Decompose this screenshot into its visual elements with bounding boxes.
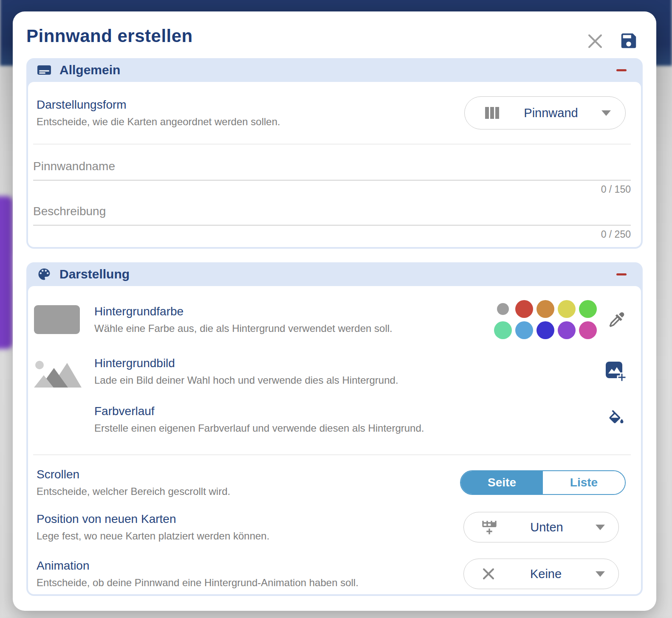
scrollen-label: Scrollen <box>37 468 230 481</box>
pinnwandname-label: Pinnwandname <box>33 160 631 173</box>
toggle-option-seite[interactable]: Seite <box>461 471 543 494</box>
darstellungsform-text: Darstellungsform Entscheide, wie die Kar… <box>37 98 280 128</box>
save-button[interactable] <box>619 31 638 51</box>
minus-icon <box>616 273 627 275</box>
chevron-down-icon <box>601 110 611 116</box>
darstellungsform-description: Entscheide, wie die Karten angeordnet we… <box>37 116 280 128</box>
layout-type-value: Pinnwand <box>524 106 578 120</box>
farbverlauf-row: Farbverlauf Erstelle einen eigenen Farbv… <box>28 405 641 434</box>
image-add-icon <box>605 376 626 383</box>
position-description: Lege fest, wo neue Karten platziert werd… <box>37 530 269 542</box>
color-swatch-red[interactable] <box>515 300 533 318</box>
collapse-allgemein-button[interactable] <box>616 67 627 74</box>
eyedropper-button[interactable] <box>608 311 626 329</box>
pinnwandname-field[interactable]: Pinnwandname 0 / 150 <box>28 144 641 195</box>
section-allgemein-header[interactable]: Allgemein <box>26 58 643 82</box>
create-pinboard-dialog: Pinnwand erstellen Allgemein <box>13 11 656 611</box>
paint-bucket-icon <box>607 424 626 430</box>
eyedropper-icon <box>608 323 626 330</box>
color-swatch-grid <box>493 299 598 340</box>
divider <box>33 455 631 455</box>
none-x-icon <box>481 566 496 581</box>
mountains-image-icon <box>34 355 81 388</box>
color-swatch-yellow[interactable] <box>558 300 576 318</box>
chevron-down-icon <box>596 571 605 577</box>
color-swatch-mint[interactable] <box>494 321 512 339</box>
section-darstellung-title: Darstellung <box>59 267 130 281</box>
darstellungsform-row: Darstellungsform Entscheide, wie die Kar… <box>28 82 641 144</box>
scroll-mode-toggle: Seite Liste <box>460 470 626 495</box>
minus-icon <box>616 69 627 71</box>
hintergrundfarbe-row: Hintergrundfarbe Wähle eine Farbe aus, d… <box>28 286 641 340</box>
animation-description: Entscheide, ob deine Pinnwand eine Hinte… <box>37 577 359 589</box>
hintergrundfarbe-description: Wähle eine Farbe aus, die als Hintergrun… <box>94 323 493 334</box>
pinnwandname-counter: 0 / 150 <box>33 184 631 195</box>
hintergrundbild-description: Lade ein Bild deiner Wahl hoch und verwe… <box>94 374 595 386</box>
palette-icon <box>37 267 52 282</box>
background-purple-card <box>0 196 13 349</box>
position-label: Position von neuen Karten <box>37 512 269 526</box>
layout-type-dropdown[interactable]: Pinnwand <box>464 96 626 129</box>
section-darstellung-header[interactable]: Darstellung <box>26 262 643 286</box>
section-allgemein-card: Darstellungsform Entscheide, wie die Kar… <box>28 82 641 247</box>
color-swatch-magenta[interactable] <box>579 321 597 339</box>
hintergrundbild-label: Hintergrundbild <box>94 357 595 370</box>
color-swatch-green[interactable] <box>579 300 597 318</box>
animation-label: Animation <box>37 559 359 573</box>
collapse-darstellung-button[interactable] <box>616 271 627 278</box>
farbverlauf-text: Farbverlauf Erstelle einen eigenen Farbv… <box>94 405 597 434</box>
position-text: Position von neuen Karten Lege fest, wo … <box>37 512 269 542</box>
close-button[interactable] <box>586 32 604 51</box>
beschreibung-underline <box>33 225 631 225</box>
hintergrundbild-row: Hintergrundbild Lade ein Bild deiner Wah… <box>28 355 641 388</box>
section-allgemein: Allgemein Darstellungsform Entscheide, w… <box>26 58 643 249</box>
section-allgemein-title: Allgemein <box>59 63 120 77</box>
color-preview-swatch <box>34 305 81 334</box>
beschreibung-field[interactable]: Beschreibung 0 / 250 <box>28 195 641 247</box>
beschreibung-counter: 0 / 250 <box>33 229 631 240</box>
gradient-button[interactable] <box>607 410 626 429</box>
color-swatch-lightblue[interactable] <box>515 321 533 339</box>
scrollen-description: Entscheide, welcher Bereich gescrollt wi… <box>37 486 230 497</box>
upload-image-button[interactable] <box>605 361 626 382</box>
animation-row: Animation Entscheide, ob deine Pinnwand … <box>28 559 641 589</box>
darstellungsform-label: Darstellungsform <box>37 98 280 112</box>
color-swatch-purple[interactable] <box>558 321 576 339</box>
hintergrundfarbe-label: Hintergrundfarbe <box>94 305 493 318</box>
beschreibung-label: Beschreibung <box>33 205 631 218</box>
color-swatch-orange[interactable] <box>536 300 554 318</box>
section-darstellung: Darstellung Hintergrundfarbe Wähle eine … <box>26 262 643 596</box>
dialog-title: Pinnwand erstellen <box>26 26 643 46</box>
color-swatch-indigo[interactable] <box>536 321 554 339</box>
section-darstellung-card: Hintergrundfarbe Wähle eine Farbe aus, d… <box>28 286 641 594</box>
scrollen-text: Scrollen Entscheide, welcher Bereich ges… <box>37 468 230 497</box>
columns-icon <box>484 106 500 120</box>
add-row-below-icon <box>481 519 498 536</box>
close-icon <box>586 45 604 52</box>
save-floppy-icon <box>619 45 638 52</box>
dialog-header: Pinnwand erstellen <box>13 11 656 58</box>
hintergrundfarbe-text: Hintergrundfarbe Wähle eine Farbe aus, d… <box>94 305 493 334</box>
toggle-option-liste[interactable]: Liste <box>543 471 625 494</box>
card-icon <box>37 62 52 78</box>
animation-text: Animation Entscheide, ob deine Pinnwand … <box>37 559 359 589</box>
color-swatch-gray[interactable] <box>497 303 509 315</box>
position-row: Position von neuen Karten Lege fest, wo … <box>28 512 641 542</box>
card-position-dropdown[interactable]: Unten <box>463 512 619 542</box>
animation-dropdown[interactable]: Keine <box>463 559 619 589</box>
scrollen-row: Scrollen Entscheide, welcher Bereich ges… <box>28 468 641 497</box>
pinnwandname-underline <box>33 180 631 180</box>
card-position-value: Unten <box>530 520 563 534</box>
animation-value: Keine <box>530 567 562 581</box>
farbverlauf-description: Erstelle einen eigenen Farbverlauf und v… <box>94 422 597 434</box>
farbverlauf-label: Farbverlauf <box>94 405 597 418</box>
hintergrundbild-text: Hintergrundbild Lade ein Bild deiner Wah… <box>94 357 595 386</box>
chevron-down-icon <box>596 525 605 530</box>
